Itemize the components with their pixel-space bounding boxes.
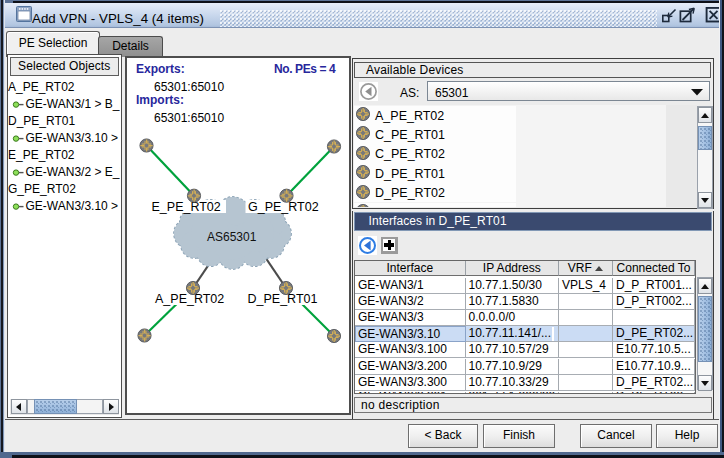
svg-text:No. PEs = 4: No. PEs = 4	[274, 62, 336, 76]
svg-text:Exports:: Exports:	[136, 62, 185, 76]
svg-text:65301:65010: 65301:65010	[154, 80, 224, 94]
svg-text:Imports:: Imports:	[136, 93, 184, 107]
svg-text:AS65301: AS65301	[207, 230, 257, 244]
svg-text:E_PE_RT02: E_PE_RT02	[152, 200, 221, 214]
svg-text:65301:65010: 65301:65010	[154, 111, 224, 125]
